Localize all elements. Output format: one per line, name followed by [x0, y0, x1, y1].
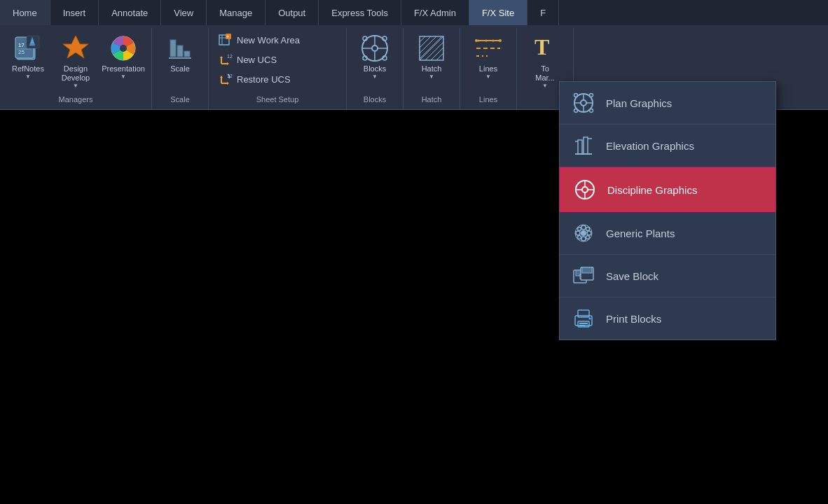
save-block-item[interactable]: Save Block	[560, 255, 775, 298]
svg-text:12: 12	[227, 54, 233, 59]
save-block-icon	[571, 263, 596, 288]
svg-rect-98	[582, 267, 592, 273]
text-label: ToMar...	[535, 64, 555, 83]
tab-view[interactable]: View	[161, 0, 207, 25]
design-develop-button[interactable]: DesignDevelop ▼	[53, 31, 98, 92]
svg-rect-11	[170, 40, 176, 57]
discipline-graphics-item[interactable]: Discipline Graphics	[560, 167, 775, 212]
tab-fx-admin[interactable]: F/X Admin	[401, 0, 469, 25]
svg-marker-28	[227, 82, 229, 85]
svg-rect-74	[578, 140, 582, 154]
svg-point-58	[499, 39, 502, 42]
refnotes-icon: 17 25	[13, 34, 43, 63]
sheet-setup-group: + New Work Area 12	[209, 28, 347, 109]
svg-line-41	[420, 36, 425, 42]
hatch-group: Hatch ▼ Hatch	[403, 28, 460, 109]
svg-rect-103	[579, 325, 585, 326]
blocks-label: Blocks	[364, 64, 386, 74]
refnotes-button[interactable]: 17 25 RefNotes ▼	[6, 31, 50, 83]
lines-arrow: ▼	[485, 74, 491, 80]
text-arrow: ▼	[542, 83, 548, 89]
svg-point-93	[581, 230, 586, 236]
print-blocks-item[interactable]: Print Blocks	[560, 298, 775, 340]
svg-point-64	[581, 100, 586, 106]
blocks-arrow: ▼	[372, 74, 378, 80]
svg-point-61	[492, 40, 495, 42]
svg-text:17: 17	[18, 42, 25, 48]
presentation-button[interactable]: Presentation ▼	[101, 31, 146, 83]
tab-annotate[interactable]: Annotate	[99, 0, 161, 25]
svg-text:+: +	[226, 34, 229, 39]
discipline-graphics-icon	[572, 177, 598, 202]
tab-fx-site[interactable]: F/X Site	[469, 0, 527, 25]
presentation-label: Presentation	[102, 64, 145, 74]
refnotes-label: RefNotes	[12, 64, 44, 74]
svg-point-10	[120, 45, 127, 52]
lines-button[interactable]: Lines ▼	[466, 31, 511, 83]
restore-ucs-button[interactable]: 12 Restore UCS	[214, 70, 340, 88]
plan-graphics-label: Plan Graphics	[606, 97, 672, 109]
new-ucs-icon: 12	[219, 52, 233, 66]
managers-label: Managers	[59, 95, 93, 106]
plan-graphics-item[interactable]: Plan Graphics	[560, 82, 775, 125]
new-work-area-icon: +	[219, 33, 233, 47]
restore-ucs-icon: 12	[219, 72, 233, 86]
elevation-graphics-icon	[571, 133, 596, 158]
design-develop-icon	[61, 34, 90, 63]
svg-marker-27	[220, 76, 223, 78]
tab-home[interactable]: Home	[0, 0, 50, 25]
blocks-dropdown-menu: Plan Graphics Elevation Graphics	[559, 81, 776, 340]
svg-marker-22	[220, 56, 223, 58]
hatch-label: Hatch	[422, 64, 442, 74]
svg-point-90	[586, 227, 590, 231]
svg-line-47	[436, 53, 443, 60]
scale-button[interactable]: Scale	[158, 31, 202, 76]
blocks-button[interactable]: Blocks ▼	[352, 31, 397, 83]
svg-point-57	[475, 39, 478, 42]
tab-f[interactable]: F	[527, 0, 559, 25]
hatch-arrow: ▼	[429, 74, 434, 80]
elevation-graphics-item[interactable]: Elevation Graphics	[560, 125, 775, 167]
new-ucs-button[interactable]: 12 New UCS	[214, 50, 340, 69]
hatch-button[interactable]: Hatch ▼	[409, 31, 454, 83]
text-icon: T	[530, 34, 560, 63]
lines-group: Lines ▼ Lines	[460, 28, 517, 109]
tab-express-tools[interactable]: Express Tools	[319, 0, 401, 25]
save-block-label: Save Block	[606, 270, 658, 282]
svg-point-70	[590, 94, 593, 97]
scale-group-label: Scale	[170, 95, 190, 106]
svg-point-31	[372, 46, 378, 51]
generic-plants-item[interactable]: Generic Plants	[560, 212, 775, 255]
svg-rect-12	[177, 46, 183, 57]
lines-group-label: Lines	[479, 95, 497, 106]
svg-point-86	[581, 237, 586, 241]
svg-point-59	[478, 40, 480, 42]
svg-point-104	[589, 318, 591, 320]
svg-text:T: T	[534, 34, 549, 59]
design-develop-label: DesignDevelop	[62, 64, 90, 83]
svg-point-72	[590, 109, 593, 113]
new-work-area-button[interactable]: + New Work Area	[214, 31, 340, 49]
svg-point-85	[581, 225, 586, 230]
svg-point-60	[485, 40, 488, 42]
svg-rect-75	[584, 137, 588, 154]
lines-label: Lines	[479, 64, 497, 74]
tab-manage[interactable]: Manage	[207, 0, 265, 25]
generic-plants-label: Generic Plants	[606, 227, 675, 239]
sheet-setup-label: Sheet Setup	[214, 95, 340, 106]
svg-point-92	[586, 236, 590, 239]
svg-rect-102	[579, 323, 588, 324]
svg-marker-8	[63, 36, 88, 58]
svg-point-71	[574, 109, 578, 113]
print-blocks-label: Print Blocks	[606, 313, 661, 325]
discipline-graphics-label: Discipline Graphics	[607, 184, 697, 196]
blocks-group-label: Blocks	[364, 95, 386, 106]
svg-line-42	[420, 36, 431, 48]
tab-insert[interactable]: Insert	[50, 0, 99, 25]
presentation-arrow: ▼	[120, 74, 126, 80]
svg-point-91	[578, 236, 581, 239]
design-develop-arrow: ▼	[73, 83, 78, 89]
lines-icon	[474, 34, 503, 63]
svg-point-88	[587, 231, 591, 235]
tab-output[interactable]: Output	[265, 0, 319, 25]
